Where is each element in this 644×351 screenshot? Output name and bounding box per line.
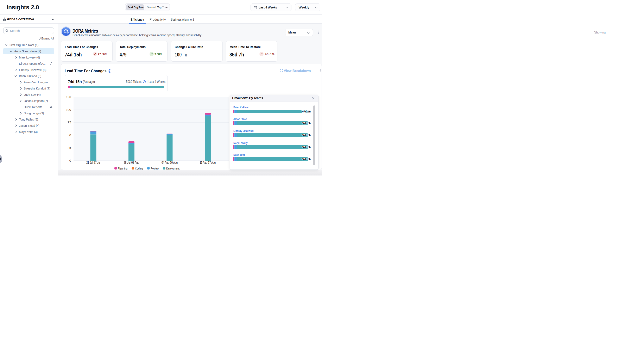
svg-text:Review: Review	[150, 167, 158, 170]
svg-text:125: 125	[66, 95, 71, 99]
svg-text:0: 0	[70, 159, 71, 162]
svg-text:25: 25	[68, 146, 71, 149]
svg-text:50: 50	[68, 133, 71, 137]
svg-text:Coding: Coding	[135, 167, 143, 170]
svg-text:28 Jul-03 Aug: 28 Jul-03 Aug	[124, 161, 139, 164]
svg-text:04 Aug-10 Aug: 04 Aug-10 Aug	[162, 161, 178, 164]
svg-text:11 Aug-17 Aug: 11 Aug-17 Aug	[200, 161, 216, 164]
svg-text:Deployment: Deployment	[166, 167, 180, 170]
svg-text:Planning: Planning	[118, 167, 128, 170]
svg-text:21 Jul-27 Jul: 21 Jul-27 Jul	[86, 161, 100, 164]
svg-text:100: 100	[66, 108, 71, 111]
svg-text:75: 75	[68, 121, 71, 124]
